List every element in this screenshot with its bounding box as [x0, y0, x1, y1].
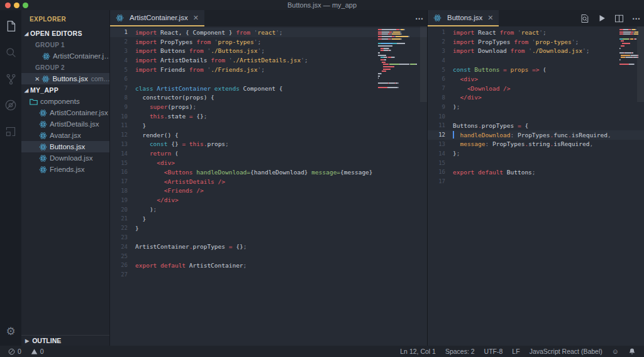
- code-line-20[interactable]: 20 );: [110, 205, 427, 214]
- code-text: this.state = {};: [135, 113, 207, 120]
- status-lf[interactable]: LF: [509, 348, 523, 355]
- code-line-11[interactable]: 11 }: [110, 121, 427, 130]
- code-line-8[interactable]: 8 </div>: [428, 93, 644, 103]
- code-line-5[interactable]: 5const Buttons = props => (: [428, 65, 644, 74]
- item-label: Buttons.jsx: [52, 75, 87, 82]
- scrollbar[interactable]: [637, 26, 644, 102]
- code-line-14[interactable]: 14};: [428, 149, 644, 158]
- tab-label: Buttons.jsx: [447, 14, 482, 21]
- code-text: return (: [135, 150, 179, 157]
- line-number: 16: [428, 169, 453, 175]
- code-line-9[interactable]: 9 super(props);: [110, 102, 427, 111]
- smiley-icon[interactable]: ☺: [609, 348, 622, 355]
- search-icon[interactable]: [3, 44, 19, 60]
- tree-item-avatar-jsx[interactable]: Avatar.jsx: [21, 130, 109, 141]
- code-editor-artistcontainer[interactable]: 1import React, { Component } from 'react…: [110, 26, 427, 346]
- code-line-23[interactable]: 23: [110, 233, 427, 242]
- status-warning-triangle[interactable]: 0: [28, 348, 47, 355]
- scrollbar[interactable]: [420, 26, 427, 102]
- code-line-13[interactable]: 13 const {} = this.props;: [110, 140, 427, 149]
- code-line-4[interactable]: 4: [428, 55, 644, 65]
- code-text: }: [135, 225, 139, 232]
- status-error-circle[interactable]: 0: [5, 348, 25, 355]
- tree-item-download-jsx[interactable]: Download.jsx: [21, 152, 109, 164]
- section-header-open-editors[interactable]: ◢OPEN EDITORS: [21, 28, 109, 39]
- line-number: 4: [428, 57, 453, 64]
- code-line-27[interactable]: 27: [110, 270, 427, 280]
- status-spaces-2[interactable]: Spaces: 2: [442, 348, 478, 355]
- code-line-6[interactable]: 6 <div>: [428, 74, 644, 84]
- code-line-15[interactable]: 15 <div>: [110, 158, 427, 167]
- line-number: 14: [110, 150, 135, 157]
- split-editor-icon[interactable]: [614, 14, 624, 23]
- react-file-icon: [42, 75, 50, 83]
- status-ln-12-col-1[interactable]: Ln 12, Col 1: [397, 348, 439, 355]
- code-line-2[interactable]: 2import PropTypes from 'prop-types';: [428, 37, 644, 47]
- close-tab-icon[interactable]: ✕: [487, 14, 493, 22]
- code-line-21[interactable]: 21 }: [110, 214, 427, 224]
- code-line-16[interactable]: 16 <Buttons handleDownload={handleDownlo…: [110, 167, 427, 177]
- code-line-10[interactable]: 10 this.state = {};: [110, 111, 427, 121]
- close-tab-icon[interactable]: ✕: [193, 14, 199, 22]
- code-line-12[interactable]: 12 handleDownload: PropTypes.func.isRequ…: [428, 130, 644, 140]
- tab-artistcontainer-jsx[interactable]: ArtistContainer.jsx ✕: [110, 10, 204, 26]
- code-line-22[interactable]: 22}: [110, 224, 427, 233]
- line-number: 14: [428, 150, 453, 157]
- outline-section-header[interactable]: ▶ OUTLINE: [21, 335, 109, 346]
- code-line-25[interactable]: 25: [110, 251, 427, 261]
- tree-item-artistdetails-jsx[interactable]: ArtistDetails.jsx: [21, 118, 109, 130]
- code-line-24[interactable]: 24ArtistContainer.propTypes = {};: [110, 242, 427, 251]
- open-editor-item-buttons-jsx[interactable]: ✕Buttons.jsxcom…: [21, 73, 109, 84]
- status-utf-8[interactable]: UTF-8: [481, 348, 506, 355]
- bell-icon[interactable]: [625, 348, 639, 355]
- code-text: render() {: [135, 132, 179, 139]
- line-number: 25: [110, 253, 135, 259]
- open-editor-item-artistcontainer-j-[interactable]: ArtistContainer.j…: [21, 50, 109, 62]
- extensions-icon[interactable]: [3, 123, 19, 140]
- code-line-14[interactable]: 14 return (: [110, 149, 427, 158]
- code-line-15[interactable]: 15: [428, 158, 644, 167]
- tree-item-buttons-jsx[interactable]: Buttons.jsx: [21, 141, 109, 152]
- open-preview-icon[interactable]: [580, 14, 589, 23]
- debug-icon[interactable]: [3, 97, 19, 113]
- code-line-16[interactable]: 16export default Buttons;: [428, 167, 644, 177]
- line-number: 13: [110, 141, 135, 147]
- code-text: <div>: [135, 159, 175, 166]
- code-line-18[interactable]: 18 <Friends />: [110, 186, 427, 196]
- minimap[interactable]: [619, 29, 638, 69]
- tree-item-artistcontainer-jsx[interactable]: ArtistContainer.jsx: [21, 107, 109, 118]
- code-line-17[interactable]: 17 <ArtistDetails />: [110, 177, 427, 186]
- more-actions[interactable]: ⋯: [632, 14, 640, 23]
- section-header-my-app[interactable]: ◢MY_APP: [21, 84, 109, 96]
- code-line-3[interactable]: 3import Download from './Download.jsx';: [428, 47, 644, 56]
- run-code-icon[interactable]: [597, 14, 606, 23]
- editor-group-2: Buttons.jsx ✕ ⋯ 1import React from 'reac…: [428, 10, 644, 346]
- status-javascript-react-babel-[interactable]: JavaScript React (Babel): [526, 348, 606, 355]
- code-line-8[interactable]: 8 constructor(props) {: [110, 93, 427, 103]
- tab-buttons-jsx[interactable]: Buttons.jsx ✕: [428, 10, 499, 26]
- code-text: Buttons.propTypes = {: [453, 122, 528, 129]
- code-line-17[interactable]: 17: [428, 177, 644, 186]
- explorer-icon[interactable]: [3, 18, 19, 34]
- more-actions[interactable]: ⋯: [415, 14, 423, 23]
- code-line-10[interactable]: 10: [428, 111, 644, 121]
- source-control-icon[interactable]: [3, 71, 19, 87]
- tab-label: ArtistContainer.jsx: [130, 14, 188, 21]
- minimap[interactable]: [378, 29, 417, 92]
- react-file-icon: [39, 143, 47, 151]
- code-line-26[interactable]: 26export default ArtistContainer;: [110, 261, 427, 270]
- code-line-12[interactable]: 12 render() {: [110, 130, 427, 140]
- code-editor-buttons[interactable]: 1import React from 'react';2import PropT…: [428, 26, 644, 346]
- code-text: import React from 'react';: [453, 29, 547, 36]
- code-line-1[interactable]: 1import React from 'react';: [428, 28, 644, 37]
- code-line-19[interactable]: 19 </div>: [110, 195, 427, 205]
- settings-gear-icon[interactable]: ⚙: [6, 326, 15, 337]
- code-line-9[interactable]: 9);: [428, 102, 644, 111]
- code-line-11[interactable]: 11Buttons.propTypes = {: [428, 121, 644, 130]
- tree-item-components[interactable]: components: [21, 96, 109, 107]
- close-editor-icon[interactable]: ✕: [35, 76, 40, 82]
- tree-item-friends-jsx[interactable]: Friends.jsx: [21, 164, 109, 175]
- code-line-7[interactable]: 7 <Download />: [428, 84, 644, 93]
- code-line-13[interactable]: 13 message: PropTypes.string.isRequired,: [428, 140, 644, 149]
- line-number: 2: [110, 38, 135, 45]
